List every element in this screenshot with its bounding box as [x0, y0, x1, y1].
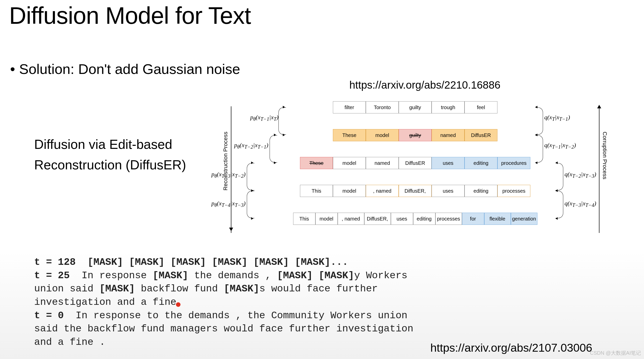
token-cell: DiffusER [465, 129, 497, 141]
t0-body: In response to the demands , the Communi… [34, 310, 413, 348]
diffuser-diagram: Reconstruction Process Corruption Proces… [208, 101, 613, 238]
token-cell: named [366, 157, 399, 169]
connector-icon [556, 163, 563, 190]
diagram-row: Thismodel, namedDiffusER,useseditingproc… [281, 185, 549, 197]
diagram-row: ThesemodelguiltynamedDiffusER [281, 129, 549, 141]
token-cell: model [333, 185, 366, 197]
q-label: q(xT−1|xT−2) [544, 142, 590, 150]
reconstruction-process-label: Reconstruction Process [222, 132, 229, 190]
token-cell: feel [465, 101, 497, 113]
token-cell: guilty [399, 129, 432, 141]
token-cell: This [300, 185, 333, 197]
bullet-solution: •Solution: Don't add Gaussian noise [0, 0, 240, 77]
token-cell: , named [366, 185, 399, 197]
diffuser-subtitle: Diffusion via Edit-based Reconstruction … [34, 134, 194, 175]
connector-icon [247, 163, 254, 190]
t128-label: t = 128 [34, 257, 76, 268]
token-cell: These [333, 129, 366, 141]
q-label: q(xT−3|xT−4) [565, 200, 610, 208]
bullet-text: Solution: Don't add Gaussian noise [19, 61, 240, 77]
connector-icon [270, 135, 277, 163]
token-cell: processes [435, 213, 462, 225]
p-label: pθ(xT−2|xT−1) [223, 142, 268, 150]
token-cell: , named [338, 213, 364, 225]
token-cell: editing [465, 185, 497, 197]
arxiv-link-bottom[interactable]: https://arxiv.org/abs/2107.03006 [430, 341, 592, 354]
token-cell: editing [465, 157, 497, 169]
token-cell: procedures [497, 157, 530, 169]
token-cell: Toronto [366, 101, 399, 113]
diagram-rows: filterTorontoguiltytroughfeelThesemodelg… [281, 101, 549, 225]
token-cell: processes [497, 185, 530, 197]
token-cell: These [300, 157, 333, 169]
token-cell: DiffusER, [399, 185, 432, 197]
laser-pointer-icon [176, 302, 180, 307]
token-cell: generation [511, 213, 537, 225]
watermark: CSDN @大数据AI笔记 [590, 350, 641, 356]
token-cell: model [315, 213, 338, 225]
p-label: pθ(xT−1|xT) [233, 114, 278, 122]
token-cell: editing [413, 213, 435, 225]
connector-icon [556, 191, 563, 218]
arxiv-link-top[interactable]: https://arxiv.org/abs/2210.16886 [349, 79, 500, 91]
token-cell: DiffusER, [364, 213, 391, 225]
q-label: q(xT−2|xT−3) [565, 171, 610, 179]
token-cell: uses [391, 213, 413, 225]
token-cell: uses [432, 157, 465, 169]
t25-body: In response [MASK] the demands , [MASK] … [34, 270, 408, 308]
token-cell: model [366, 129, 399, 141]
connector-icon [247, 191, 254, 218]
t25-label: t = 25 [34, 270, 70, 281]
token-cell: named [432, 129, 465, 141]
token-cell: flexible [484, 213, 511, 225]
t128-body: [MASK] [MASK] [MASK] [MASK] [MASK] [MASK… [88, 257, 348, 268]
example-line: t = 0 In response to the demands , the C… [34, 309, 434, 349]
token-cell: filter [333, 101, 366, 113]
diagram-row: Thismodel, namedDiffusER,useseditingproc… [281, 213, 549, 225]
bullet-dot: • [10, 61, 19, 77]
diagram-row: filterTorontoguiltytroughfeel [281, 101, 549, 113]
down-arrow-icon [231, 106, 231, 233]
mask-examples: t = 128 [MASK] [MASK] [MASK] [MASK] [MAS… [34, 256, 434, 349]
diagram-row: ThesemodelnamedDiffusERuseseditingproced… [281, 157, 549, 169]
token-cell: model [333, 157, 366, 169]
example-line: t = 128 [MASK] [MASK] [MASK] [MASK] [MAS… [34, 256, 434, 269]
token-cell: This [293, 213, 315, 225]
p-label: pθ(xT−3|xT−2) [200, 171, 246, 179]
p-label: pθ(xT−4|xT−3) [200, 200, 246, 208]
up-arrow-icon [599, 106, 599, 233]
t0-label: t = 0 [34, 310, 64, 321]
token-cell: guilty [399, 101, 432, 113]
example-line: t = 25 In response [MASK] the demands , … [34, 269, 434, 309]
q-label: q(xT|xT−1) [544, 114, 590, 122]
token-cell: DiffusER [399, 157, 432, 169]
token-cell: trough [432, 101, 465, 113]
token-cell: uses [432, 185, 465, 197]
token-cell: for [462, 213, 484, 225]
